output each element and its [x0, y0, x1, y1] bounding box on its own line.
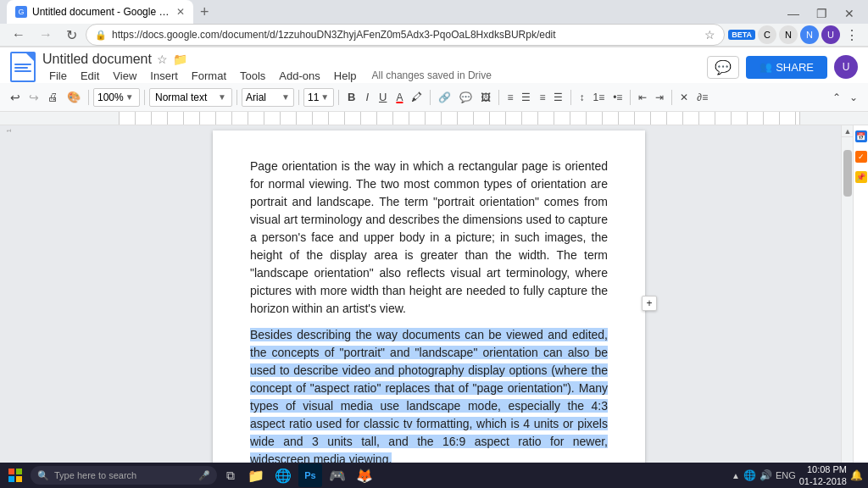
doc-title[interactable]: Untitled document: [42, 52, 152, 67]
star-icon[interactable]: ☆: [157, 53, 168, 66]
ruler: [0, 112, 868, 125]
taskbar-icon-app5[interactable]: 🎮: [326, 463, 349, 487]
active-tab[interactable]: G Untitled document - Google Doc... ✕: [7, 0, 193, 24]
browser-window: G Untitled document - Google Doc... ✕ + …: [0, 0, 868, 488]
paragraph-2: Besides describing the way documents can…: [250, 326, 608, 469]
more-options-button[interactable]: ∂≡: [693, 90, 711, 105]
justify-button[interactable]: ☰: [550, 90, 566, 105]
extension-icon-1[interactable]: C: [758, 25, 776, 44]
taskbar-icon-firefox[interactable]: 🦊: [353, 463, 376, 487]
print-button[interactable]: 🖨: [44, 89, 62, 105]
menu-insert[interactable]: Insert: [143, 69, 185, 83]
folder-icon[interactable]: 📁: [173, 53, 187, 66]
user-icon[interactable]: U: [821, 25, 840, 44]
doc-body: 1 Page orientation is the way in which a…: [0, 125, 868, 488]
address-input[interactable]: 🔒 https://docs.google.com/document/d/1zz…: [86, 24, 725, 46]
right-sidebar-calendar-icon[interactable]: 📅: [855, 130, 867, 142]
toolbar-expand-button[interactable]: ⌃: [829, 90, 844, 105]
align-left-button[interactable]: ≡: [504, 90, 516, 105]
tab-close-icon[interactable]: ✕: [176, 6, 185, 18]
taskbar-mic-icon[interactable]: 🎤: [198, 470, 210, 481]
image-button[interactable]: 🖼: [477, 90, 494, 105]
task-view-button[interactable]: ⧉: [220, 465, 241, 485]
share-label: SHARE: [776, 61, 814, 74]
decrease-indent-button[interactable]: ⇤: [635, 90, 650, 105]
redo-button[interactable]: ↪: [25, 89, 42, 106]
comment-inline-button[interactable]: 💬: [456, 90, 476, 105]
menu-addons[interactable]: Add-ons: [272, 69, 326, 83]
font-select[interactable]: Arial ▼: [242, 88, 294, 107]
lock-icon: 🔒: [95, 30, 107, 41]
clear-format-button[interactable]: ✕: [676, 90, 692, 105]
numbered-list-button[interactable]: 1≡: [589, 90, 608, 105]
network-icon[interactable]: 🌐: [743, 469, 756, 481]
underline-button[interactable]: U: [375, 89, 391, 105]
refresh-button[interactable]: ↻: [61, 25, 82, 45]
back-button[interactable]: ←: [7, 25, 31, 44]
comment-button[interactable]: 💬: [707, 56, 739, 79]
new-tab-button[interactable]: +: [193, 0, 216, 24]
volume-icon[interactable]: 🔊: [760, 469, 772, 481]
bullet-list-button[interactable]: •≡: [609, 90, 626, 105]
share-button[interactable]: 👥 SHARE: [746, 56, 827, 79]
add-comment-button[interactable]: +: [642, 296, 657, 311]
link-button[interactable]: 🔗: [435, 90, 454, 105]
extension-icon-3[interactable]: N: [800, 25, 819, 44]
text-color-button[interactable]: A: [392, 90, 406, 105]
font-size-select[interactable]: 11 ▼: [303, 88, 334, 107]
show-hidden-button[interactable]: ▲: [732, 471, 740, 480]
menu-edit[interactable]: Edit: [74, 69, 106, 83]
paint-format-button[interactable]: 🎨: [64, 89, 84, 105]
menu-tools[interactable]: Tools: [233, 69, 272, 83]
taskbar-icon-explorer[interactable]: 📁: [244, 463, 268, 487]
scrollbar[interactable]: ▲ ▼: [841, 125, 853, 488]
start-button[interactable]: [5, 465, 25, 485]
right-sidebar-keep-icon[interactable]: 📌: [855, 171, 867, 183]
menu-help[interactable]: Help: [327, 69, 364, 83]
scrollbar-thumb[interactable]: [843, 150, 852, 197]
maximize-button[interactable]: ❐: [810, 7, 834, 20]
right-sidebar-tasks-icon[interactable]: ✓: [855, 151, 867, 163]
tray-icons: ▲ 🌐 🔊 ENG 10:08 PM 01-12-2018 🔔: [732, 463, 863, 488]
menu-view[interactable]: View: [106, 69, 143, 83]
toolbar-collapse-button[interactable]: ⌄: [846, 90, 861, 105]
toolbar-separator-5: [338, 90, 339, 105]
tab-title: Untitled document - Google Doc...: [32, 6, 171, 18]
italic-button[interactable]: I: [361, 89, 373, 105]
browser-toolbar-icons: BETA C N N U ⋮: [728, 25, 861, 44]
toolbar-separator-6: [430, 90, 431, 105]
bookmark-star-icon[interactable]: ☆: [704, 28, 715, 42]
taskbar-search-box[interactable]: 🔍 Type here to search 🎤: [31, 466, 217, 485]
menu-icon[interactable]: ⋮: [843, 25, 861, 44]
line-spacing-button[interactable]: ↕: [576, 90, 587, 105]
url-text: https://docs.google.com/document/d/1zzuh…: [112, 29, 699, 41]
forward-button[interactable]: →: [34, 25, 58, 44]
menu-format[interactable]: Format: [185, 69, 233, 83]
user-avatar[interactable]: U: [834, 55, 858, 79]
align-right-button[interactable]: ≡: [536, 90, 548, 105]
zoom-select[interactable]: 100% ▼: [93, 88, 140, 107]
highlight-button[interactable]: 🖍: [408, 89, 426, 105]
taskbar-icon-browser[interactable]: 🌐: [271, 463, 295, 487]
toolbar-separator-9: [630, 90, 631, 105]
clock-display[interactable]: 10:08 PM 01-12-2018: [799, 463, 847, 488]
notification-icon[interactable]: 🔔: [850, 469, 863, 481]
language-indicator[interactable]: ENG: [776, 470, 796, 480]
align-center-button[interactable]: ☰: [518, 90, 534, 105]
gdocs-app: Untitled document ☆ 📁 File Edit View Ins…: [0, 47, 868, 488]
scrollbar-track[interactable]: [842, 137, 853, 488]
menu-file[interactable]: File: [42, 69, 74, 83]
doc-scroll-area[interactable]: Page orientation is the way in which a r…: [17, 125, 841, 488]
taskbar-icon-photoshop[interactable]: Ps: [298, 463, 322, 487]
svg-rect-0: [8, 469, 14, 474]
undo-button[interactable]: ↩: [7, 89, 24, 106]
close-button[interactable]: ✕: [837, 7, 861, 20]
bold-button[interactable]: B: [343, 89, 359, 105]
taskbar: 🔍 Type here to search 🎤 ⧉ 📁 🌐 Ps 🎮 🦊 ▲ 🌐…: [0, 463, 868, 488]
increase-indent-button[interactable]: ⇥: [652, 90, 667, 105]
extension-icon-2[interactable]: N: [779, 25, 798, 44]
scrollbar-up-arrow[interactable]: ▲: [842, 125, 854, 137]
style-select[interactable]: Normal text ▼: [149, 88, 232, 107]
minimize-button[interactable]: —: [781, 7, 806, 20]
docs-app-icon: [10, 52, 36, 82]
